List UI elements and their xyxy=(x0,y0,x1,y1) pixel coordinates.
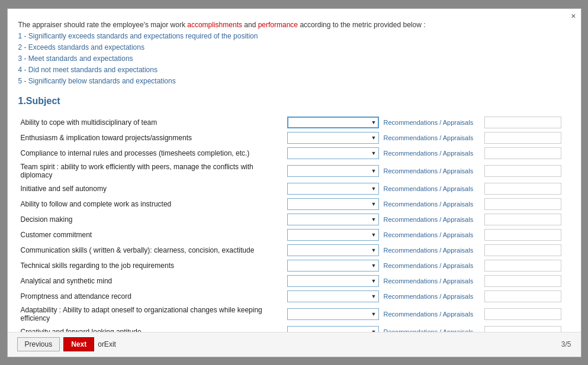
modal-footer: Previous Next orExit 3/5 xyxy=(8,332,581,357)
criteria-row: Ability to cope with multidisciplinary o… xyxy=(18,115,569,130)
rec-input-cell xyxy=(482,273,569,289)
rating-select[interactable]: 12345 xyxy=(287,198,379,210)
rec-label: Recommendations / Appraisals xyxy=(381,243,482,258)
rec-input[interactable] xyxy=(484,308,561,320)
criteria-label: Analytical and synthetic mind xyxy=(18,273,285,289)
rating-select[interactable]: 12345 xyxy=(287,308,379,320)
criteria-label: Adaptability : Ability to adapt oneself … xyxy=(18,304,285,324)
rec-label: Recommendations / Appraisals xyxy=(381,227,482,243)
rec-input[interactable] xyxy=(484,326,561,332)
criteria-label: Team spirit : ability to work efficientl… xyxy=(18,161,285,181)
rec-input[interactable] xyxy=(484,290,561,302)
intro-text: The appraiser should rate the employee's… xyxy=(18,20,569,88)
rec-label: Recommendations / Appraisals xyxy=(381,146,482,161)
rec-input[interactable] xyxy=(484,165,561,177)
rating-select[interactable]: 12345 xyxy=(287,244,379,256)
section-title: 1.Subject xyxy=(18,96,569,106)
criteria-select-cell: 12345 xyxy=(285,289,381,304)
rec-input-cell xyxy=(482,196,569,212)
criteria-select-cell: 12345 xyxy=(285,146,381,161)
close-icon[interactable]: × xyxy=(571,11,576,21)
criteria-label: Ability to follow and complete work as i… xyxy=(18,196,285,212)
criteria-row: Decision making12345Recommendations / Ap… xyxy=(18,212,569,227)
rating-select[interactable]: 12345 xyxy=(287,275,379,287)
criteria-select-cell: 12345 xyxy=(285,212,381,227)
criteria-row: Ability to follow and complete work as i… xyxy=(18,196,569,212)
rec-input-cell xyxy=(482,146,569,161)
rating-select[interactable]: 12345 xyxy=(287,132,379,144)
criteria-row: Adaptability : Ability to adapt oneself … xyxy=(18,304,569,324)
rec-input[interactable] xyxy=(484,244,561,256)
footer-left: Previous Next orExit xyxy=(17,337,116,351)
modal-body: The appraiser should rate the employee's… xyxy=(8,9,581,332)
page-indicator: 3/5 xyxy=(561,340,571,348)
next-button[interactable]: Next xyxy=(63,337,94,351)
criteria-row: Team spirit : ability to work efficientl… xyxy=(18,161,569,181)
rec-input[interactable] xyxy=(484,183,561,195)
rating-select[interactable]: 12345 xyxy=(287,165,379,177)
rating-select[interactable]: 12345 xyxy=(287,147,379,159)
rec-input-cell xyxy=(482,115,569,130)
criteria-select-cell: 12345 xyxy=(285,181,381,196)
rec-input-cell xyxy=(482,304,569,324)
rec-label: Recommendations / Appraisals xyxy=(381,324,482,332)
rec-input-cell xyxy=(482,243,569,258)
criteria-label: Compliance to internal rules and process… xyxy=(18,146,285,161)
rating-select[interactable]: 12345 xyxy=(287,260,379,272)
rating-select[interactable]: 12345 xyxy=(287,229,379,241)
criteria-row: Customer commitment12345Recommendations … xyxy=(18,227,569,243)
criteria-row: Creativity and forward looking aptitude1… xyxy=(18,324,569,332)
rec-label: Recommendations / Appraisals xyxy=(381,212,482,227)
rating-select[interactable]: 12345 xyxy=(287,214,379,225)
criteria-label: Decision making xyxy=(18,212,285,227)
rec-input[interactable] xyxy=(484,260,561,272)
rec-input-cell xyxy=(482,212,569,227)
rec-input[interactable] xyxy=(484,117,561,128)
rec-input-cell xyxy=(482,181,569,196)
rec-label: Recommendations / Appraisals xyxy=(381,258,482,273)
criteria-label: Technical skills regarding to the job re… xyxy=(18,258,285,273)
criteria-select-cell: 12345 xyxy=(285,196,381,212)
rec-input[interactable] xyxy=(484,147,561,159)
rec-label: Recommendations / Appraisals xyxy=(381,181,482,196)
rec-label: Recommendations / Appraisals xyxy=(381,273,482,289)
criteria-row: Technical skills regarding to the job re… xyxy=(18,258,569,273)
criteria-select-cell: 12345 xyxy=(285,115,381,130)
criteria-row: Analytical and synthetic mind12345Recomm… xyxy=(18,273,569,289)
rec-input-cell xyxy=(482,130,569,146)
rec-input-cell xyxy=(482,227,569,243)
criteria-select-cell: 12345 xyxy=(285,258,381,273)
rating-select[interactable]: 12345 xyxy=(287,290,379,302)
rec-input[interactable] xyxy=(484,214,561,225)
criteria-select-cell: 12345 xyxy=(285,324,381,332)
criteria-label: Creativity and forward looking aptitude xyxy=(18,324,285,332)
rec-input-cell xyxy=(482,289,569,304)
rating-select[interactable]: 12345 xyxy=(287,183,379,195)
rating-select[interactable]: 12345 xyxy=(287,326,379,332)
criteria-row: Compliance to internal rules and process… xyxy=(18,146,569,161)
metric-item: 5 - Significantly below standards and ex… xyxy=(18,76,569,87)
rec-input-cell xyxy=(482,324,569,332)
rating-select[interactable]: 12345 xyxy=(287,117,379,128)
rec-input-cell xyxy=(482,161,569,181)
criteria-row: Initiative and self autonomy12345Recomme… xyxy=(18,181,569,196)
metric-item: 4 - Did not meet standards and expectati… xyxy=(18,64,569,76)
criteria-select-cell: 12345 xyxy=(285,273,381,289)
criteria-table: Ability to cope with multidisciplinary o… xyxy=(18,115,569,332)
criteria-select-cell: 12345 xyxy=(285,227,381,243)
criteria-select-cell: 12345 xyxy=(285,161,381,181)
rec-label: Recommendations / Appraisals xyxy=(381,289,482,304)
rec-label: Recommendations / Appraisals xyxy=(381,130,482,146)
rec-input[interactable] xyxy=(484,132,561,144)
criteria-label: Communication skills ( written & verball… xyxy=(18,243,285,258)
rec-input[interactable] xyxy=(484,275,561,287)
rec-label: Recommendations / Appraisals xyxy=(381,115,482,130)
criteria-label: Customer commitment xyxy=(18,227,285,243)
previous-button[interactable]: Previous xyxy=(17,337,60,351)
rec-label: Recommendations / Appraisals xyxy=(381,304,482,324)
criteria-row: Promptness and attendance record12345Rec… xyxy=(18,289,569,304)
rec-input[interactable] xyxy=(484,198,561,210)
rec-input[interactable] xyxy=(484,229,561,241)
criteria-label: Enthusiasm & implication toward projects… xyxy=(18,130,285,146)
rec-input-cell xyxy=(482,258,569,273)
